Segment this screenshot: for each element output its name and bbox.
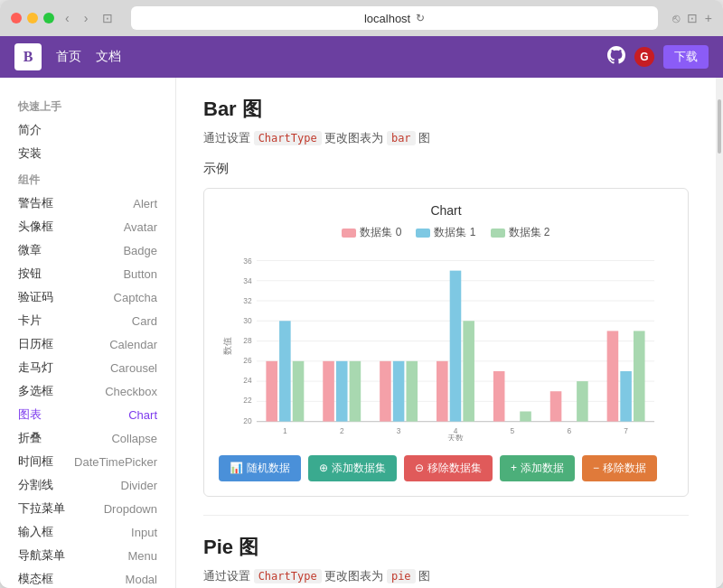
- sidebar-item-intro[interactable]: 简介: [0, 118, 175, 142]
- pie-chart-type-code: ChartType: [254, 569, 322, 583]
- sidebar-item-install[interactable]: 安装: [0, 142, 175, 165]
- sidebar-item-carousel[interactable]: 走马灯Carousel: [0, 356, 175, 379]
- bar-g7-s1: [620, 371, 632, 422]
- sidebar-item-modal[interactable]: 模态框Modal: [0, 567, 175, 588]
- bar-g1-s2: [293, 361, 305, 422]
- bar-chart-icon: 📊: [230, 462, 243, 474]
- sidebar-item-button[interactable]: 按钮Button: [0, 262, 175, 285]
- svg-text:3: 3: [397, 426, 401, 435]
- svg-text:32: 32: [243, 296, 252, 305]
- github-icon[interactable]: [607, 46, 625, 69]
- svg-text:1: 1: [283, 426, 287, 435]
- svg-text:天数: 天数: [447, 433, 464, 441]
- close-button[interactable]: [11, 13, 22, 23]
- bar-g2-s0: [323, 361, 334, 422]
- sidebar-item-divider[interactable]: 分割线Divider: [0, 473, 175, 497]
- remove-dataset-button[interactable]: ⊖ 移除数据集: [404, 455, 493, 481]
- section-divider: [203, 515, 689, 516]
- sidebar-item-avatar[interactable]: 头像框Avatar: [0, 215, 175, 238]
- quick-start-title: 快速上手: [0, 92, 175, 118]
- svg-text:22: 22: [243, 396, 252, 405]
- svg-text:34: 34: [243, 276, 252, 285]
- sidebar-item-badge[interactable]: 微章Badge: [0, 238, 175, 262]
- logo[interactable]: B: [14, 43, 42, 70]
- scrollbar[interactable]: [716, 78, 723, 588]
- svg-text:24: 24: [243, 376, 252, 385]
- topnav: B 首页 文档 G 下载: [0, 36, 723, 78]
- bar-g2-s1: [336, 361, 348, 422]
- svg-text:26: 26: [243, 356, 252, 365]
- bar-g7-s2: [634, 331, 645, 421]
- legend-color-1: [416, 229, 430, 238]
- legend-item-0: 数据集 0: [342, 225, 401, 240]
- add-data-button[interactable]: + 添加数据: [500, 455, 575, 481]
- sidebar-item-card[interactable]: 卡片Card: [0, 309, 175, 332]
- topnav-docs[interactable]: 文档: [96, 49, 121, 65]
- browser-titlebar: ‹ › ⊡ localhost ↻ ⎋ ⊡ +: [0, 0, 723, 36]
- add-dataset-icon: ⊕: [319, 462, 328, 474]
- topnav-home[interactable]: 首页: [56, 49, 81, 65]
- sidebar-item-alert[interactable]: 警告框Alert: [0, 191, 175, 215]
- legend-label-0: 数据集 0: [360, 225, 401, 240]
- pie-section-desc: 通过设置 ChartType 更改图表为 pie 图: [203, 568, 689, 584]
- remove-data-icon: −: [593, 462, 599, 474]
- bar-g3-s0: [380, 361, 391, 422]
- add-button[interactable]: +: [705, 11, 712, 25]
- sidebar-item-datetimepicker[interactable]: 时间框DateTimePicker: [0, 450, 175, 473]
- sidebar-item-chart[interactable]: 图表Chart: [0, 403, 175, 426]
- sidebar-item-input[interactable]: 输入框Input: [0, 520, 175, 544]
- svg-text:36: 36: [243, 257, 252, 266]
- legend-item-1: 数据集 1: [416, 225, 475, 240]
- legend-item-2: 数据集 2: [491, 225, 550, 240]
- chart-buttons: 📊 随机数据 ⊕ 添加数据集 ⊖ 移除数据集 +: [219, 455, 673, 481]
- back-button[interactable]: ‹: [61, 9, 73, 27]
- forward-button[interactable]: ›: [80, 9, 92, 27]
- address-text: localhost: [364, 12, 410, 25]
- sidebar-item-menu[interactable]: 导航菜单Menu: [0, 544, 175, 567]
- scrollbar-thumb[interactable]: [718, 99, 721, 154]
- example-label-bar: 示例: [203, 161, 689, 177]
- share-button[interactable]: ⎋: [672, 11, 680, 25]
- legend-label-2: 数据集 2: [509, 225, 550, 240]
- bar-chart-svg: 数值 36 34 32 30 28: [219, 251, 673, 441]
- add-dataset-label: 添加数据集: [332, 461, 386, 476]
- download-button[interactable]: 下载: [663, 45, 709, 69]
- legend-label-1: 数据集 1: [434, 225, 475, 240]
- topnav-links: 首页 文档: [56, 49, 121, 65]
- random-data-button[interactable]: 📊 随机数据: [219, 455, 301, 481]
- gitee-icon[interactable]: G: [634, 47, 654, 67]
- sidebar-item-captcha[interactable]: 验证码Captcha: [0, 285, 175, 309]
- bar-g5-s2: [520, 411, 531, 421]
- sidebar-item-calendar[interactable]: 日历框Calendar: [0, 332, 175, 356]
- bar-g2-s2: [350, 361, 362, 422]
- bar-g3-s1: [393, 361, 405, 422]
- new-tab-button[interactable]: ⊡: [687, 11, 698, 25]
- remove-data-button[interactable]: − 移除数据: [582, 455, 657, 481]
- bar-g1-s0: [266, 361, 277, 422]
- chart-legend: 数据集 0 数据集 1 数据集 2: [219, 225, 673, 240]
- chart-type-code: ChartType: [254, 131, 322, 145]
- add-data-icon: +: [511, 462, 517, 474]
- sidebar-item-checkbox[interactable]: 多选框Checkbox: [0, 379, 175, 403]
- address-bar[interactable]: localhost ↻: [131, 6, 657, 30]
- bar-g4-s2: [463, 321, 474, 421]
- bar-code: bar: [387, 131, 416, 145]
- svg-text:7: 7: [624, 426, 628, 435]
- chart-title: Chart: [219, 203, 673, 218]
- add-data-label: 添加数据: [521, 461, 564, 476]
- minimize-button[interactable]: [27, 13, 38, 23]
- svg-text:6: 6: [567, 426, 571, 435]
- sidebar-item-dropdown[interactable]: 下拉菜单Dropdown: [0, 497, 175, 520]
- content-area: Bar 图 通过设置 ChartType 更改图表为 bar 图 示例 Char…: [176, 78, 716, 588]
- bar-g3-s2: [406, 361, 418, 422]
- traffic-lights: [11, 13, 54, 23]
- add-dataset-button[interactable]: ⊕ 添加数据集: [308, 455, 397, 481]
- reload-icon[interactable]: ↻: [416, 12, 425, 24]
- sidebar-item-collapse[interactable]: 折叠Collapse: [0, 426, 175, 450]
- pie-section: Pie 图 通过设置 ChartType 更改图表为 pie 图 示例: [203, 534, 689, 588]
- components-title: 组件: [0, 165, 175, 191]
- browser-window: ‹ › ⊡ localhost ↻ ⎋ ⊡ + B 首页 文档 G: [0, 0, 723, 588]
- bar-section-desc: 通过设置 ChartType 更改图表为 bar 图: [203, 130, 689, 146]
- maximize-button[interactable]: [43, 13, 54, 23]
- bar-g6-s0: [550, 391, 562, 421]
